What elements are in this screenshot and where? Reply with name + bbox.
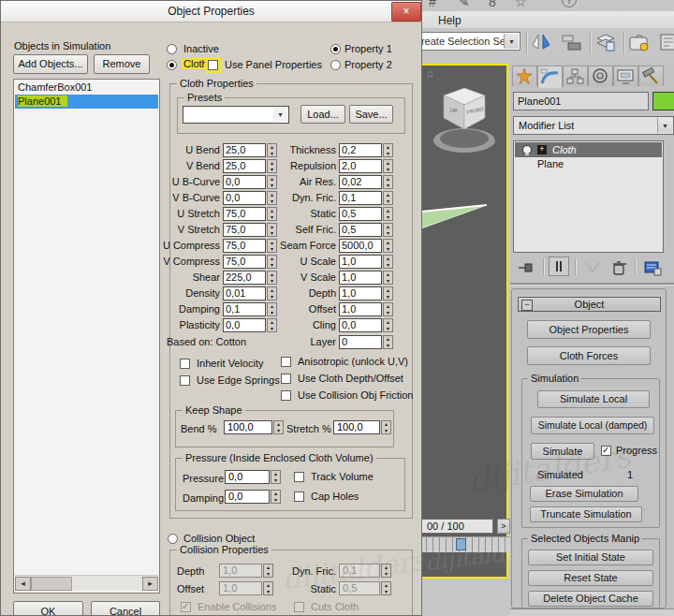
cloth-radio[interactable] [167,60,177,70]
param-input[interactable]: 75,0 [223,223,266,237]
param-input[interactable]: 1,0 [339,302,382,316]
object-color-swatch[interactable] [652,92,674,110]
show-end-result-icon[interactable] [549,257,569,276]
add-objects-button[interactable]: Add Objects... [13,54,88,74]
named-selection-icon[interactable]: 8 [489,0,496,9]
chevron-down-icon[interactable]: ▾ [504,34,519,49]
cap-holes-checkbox[interactable] [294,491,304,502]
use-collision-obj-friction-checkbox[interactable] [281,390,291,401]
spinner[interactable]: ▴▾ [383,223,393,237]
param-input[interactable]: 0,5 [339,223,382,237]
param-input[interactable]: 2,0 [339,159,382,173]
help-icon[interactable]: ? [562,0,577,7]
use-edge-springs-checkbox[interactable] [180,375,190,386]
spinner[interactable]: ▴▾ [383,335,393,349]
curve-editor-icon[interactable]: ✎ [459,0,470,9]
spinner[interactable]: ▴▾ [383,159,393,173]
remove-modifier-icon[interactable] [608,258,629,277]
chevron-down-icon[interactable]: ▾ [273,108,287,122]
selection-set-combo[interactable]: Create Selection Se ▾ [410,32,520,51]
collision-depth-input[interactable]: 1,0 [219,564,262,578]
objects-listbox[interactable]: ChamferBox001 Plane001 ◂ ▸ [13,79,160,594]
spinner[interactable]: ▴▾ [263,564,273,578]
param-input[interactable]: 25,0 [223,159,266,173]
inherit-velocity-checkbox[interactable] [180,359,190,369]
anisotropic-checkbox[interactable] [281,357,291,367]
collision-dyn-fric-input[interactable]: 0,1 [339,564,380,578]
simulate-button[interactable]: Simulate [531,443,594,460]
dialog-titlebar[interactable]: Object Properties [1,1,421,22]
spinner[interactable]: ▴▾ [273,420,284,434]
delete-object-cache-button[interactable]: Delete Object Cache [528,591,653,607]
tab-display[interactable] [613,66,638,86]
spinner[interactable]: ▴▾ [383,239,393,253]
spinner[interactable]: ▴▾ [381,564,391,578]
tab-motion[interactable] [588,66,613,86]
param-input[interactable]: 75,0 [223,239,266,253]
spinner[interactable]: ▴▾ [271,470,281,484]
param-input[interactable]: 75,0 [223,207,266,221]
make-unique-icon[interactable] [582,258,603,277]
track-volume-checkbox[interactable] [294,472,304,482]
menu-help[interactable]: Help [438,14,462,27]
spinner[interactable]: ▴▾ [263,581,273,595]
cuts-cloth-checkbox[interactable] [294,602,304,612]
param-input[interactable]: 225,0 [223,271,266,285]
collapse-icon[interactable]: − [521,300,533,311]
close-icon[interactable]: × [391,2,421,22]
toolbox-icon[interactable] [627,30,652,54]
star-icon[interactable]: ☆ [515,0,527,9]
chevron-down-icon[interactable]: ▾ [657,118,672,133]
param-input[interactable]: 0,1 [339,191,382,205]
tab-modify[interactable] [537,66,563,88]
list-item[interactable]: ChamferBox001 [15,81,158,95]
simulate-local-button[interactable]: Simulate Local [537,390,650,408]
stretch-pct-input[interactable]: 100,0 [333,420,380,434]
param-input[interactable]: 0,1 [223,302,266,316]
bend-pct-input[interactable]: 100,0 [224,420,272,434]
scroll-right-icon[interactable]: ▸ [142,577,158,591]
expand-icon[interactable]: + [537,145,547,154]
param-input[interactable]: 0,01 [223,286,266,301]
load-button[interactable]: Load... [300,105,345,124]
track-bar[interactable] [419,536,510,552]
visibility-bulb-icon[interactable] [522,145,532,154]
presets-combo[interactable]: ▾ [183,106,289,124]
property1-radio[interactable] [330,44,341,54]
param-input[interactable]: 0,2 [339,143,382,157]
layer-manager-icon[interactable] [593,30,618,54]
home-icon[interactable]: ⌂ [427,67,433,79]
mirror-icon[interactable] [530,30,554,54]
remove-button[interactable]: Remove [94,54,150,74]
schematic-view-icon[interactable]: # [429,0,436,9]
spinner[interactable]: ▴▾ [383,143,393,157]
use-panel-properties-checkbox[interactable] [208,60,218,70]
tab-hierarchy[interactable] [563,66,588,86]
align-icon[interactable] [560,30,584,54]
pressure-damping-input[interactable]: 0,0 [225,490,270,504]
partial-icon[interactable] [659,30,674,54]
scroll-thumb[interactable] [31,577,72,591]
object-name-field[interactable]: Plane001 [513,92,649,110]
time-field[interactable]: 00 / 100 [420,519,493,534]
track-thumb[interactable] [456,538,466,550]
plane-object[interactable] [421,198,491,234]
erase-simulation-button[interactable]: Erase Simulation [530,486,638,502]
param-input[interactable]: 0 [339,335,382,349]
param-input[interactable]: 75,0 [223,255,266,269]
tab-utilities[interactable] [638,66,664,86]
spinner[interactable]: ▴▾ [383,286,393,301]
enable-collisions-checkbox[interactable] [181,602,191,612]
modifier-list-combo[interactable]: Modifier List ▾ [513,116,674,135]
spinner[interactable]: ▴▾ [381,581,391,595]
use-cloth-depth-offset-checkbox[interactable] [281,374,291,384]
param-input[interactable]: 1,0 [339,255,382,269]
stack-item-cloth[interactable]: + Cloth [515,142,662,157]
spinner[interactable]: ▴▾ [383,255,393,269]
progress-checkbox[interactable] [601,446,611,456]
collision-offset-input[interactable]: 1,0 [219,581,262,595]
reset-state-button[interactable]: Reset State [528,570,653,586]
param-input[interactable]: 1,0 [339,286,382,301]
param-input[interactable]: 5000,0 [339,239,382,253]
pin-stack-icon[interactable] [517,258,537,277]
